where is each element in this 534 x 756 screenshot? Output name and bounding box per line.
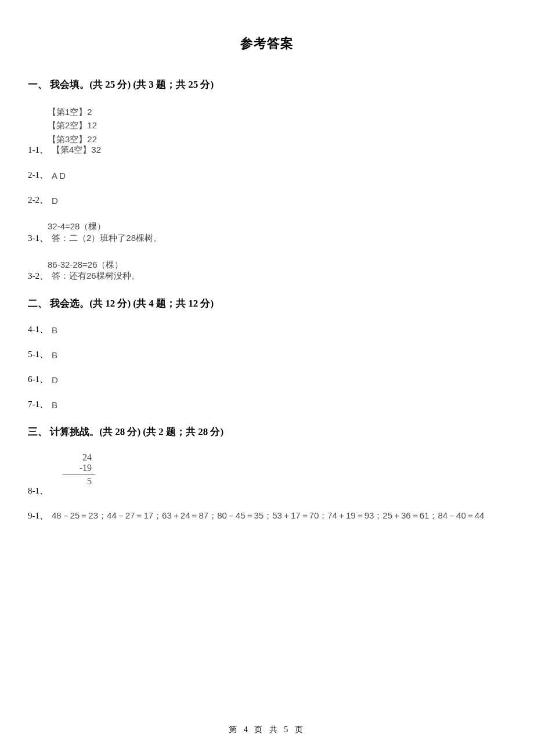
- ans-3-2-line1: 86-32-28=26（棵）: [48, 258, 506, 272]
- answer-9-1: 9-1、 48－25＝23；44－27＝17；63＋24＝87；80－45＝35…: [28, 510, 506, 521]
- ans-7-1: B: [52, 400, 57, 410]
- calc-mid: -19: [63, 463, 93, 473]
- answer-2-2: 2-2、 D: [28, 195, 506, 206]
- q-num-3-1: 3-1、: [28, 233, 48, 244]
- q-num-2-2: 2-2、: [28, 195, 48, 206]
- q-num-3-2: 3-2、: [28, 271, 48, 282]
- section-1-heading: 一、 我会填。(共 25 分) (共 3 题；共 25 分): [28, 78, 506, 91]
- blank-3: 【第3空】22: [48, 132, 506, 146]
- answer-6-1: 6-1、 D: [28, 374, 506, 385]
- blank-1: 【第1空】2: [48, 105, 506, 118]
- answer-2-1: 2-1、 A D: [28, 170, 506, 181]
- section-2-heading: 二、 我会选。(共 12 分) (共 4 题；共 12 分): [28, 297, 506, 310]
- calc-rule: [63, 474, 95, 475]
- page-footer: 第 4 页 共 5 页: [0, 725, 534, 735]
- answer-7-1: 7-1、 B: [28, 399, 506, 410]
- page-title: 参考答案: [28, 35, 506, 52]
- ans-4-1: B: [52, 325, 57, 335]
- q-num-9-1: 9-1、: [28, 510, 48, 521]
- q-num-6-1: 6-1、: [28, 374, 48, 385]
- ans-5-1: B: [52, 350, 57, 360]
- answer-1-1: 【第1空】2 【第2空】12 【第3空】22 1-1、 【第4空】32: [28, 105, 506, 156]
- ans-3-2-line2: 答：还有26棵树没种。: [52, 271, 140, 282]
- section-3-heading: 三、 计算挑战。(共 28 分) (共 2 题；共 28 分): [28, 425, 506, 438]
- calc-top: 24: [63, 452, 93, 463]
- ans-2-1: A D: [52, 171, 66, 181]
- q-num-4-1: 4-1、: [28, 324, 48, 335]
- ans-6-1: D: [52, 375, 58, 385]
- ans-2-2: D: [52, 196, 58, 206]
- answer-3-1: 32-4=28（棵） 3-1、 答：二（2）班种了28棵树。: [28, 219, 506, 244]
- q-num-2-1: 2-1、: [28, 170, 48, 181]
- column-calc: 24 -19 5: [28, 452, 506, 487]
- q-num-1-1: 1-1、: [28, 145, 48, 156]
- blank-list: 【第1空】2 【第2空】12 【第3空】22: [28, 105, 506, 146]
- answer-4-1: 4-1、 B: [28, 324, 506, 335]
- ans-9-1: 48－25＝23；44－27＝17；63＋24＝87；80－45＝35；53＋1…: [52, 510, 484, 521]
- q-num-5-1: 5-1、: [28, 349, 48, 360]
- q-num-7-1: 7-1、: [28, 399, 48, 410]
- answer-5-1: 5-1、 B: [28, 349, 506, 360]
- blank-4: 【第4空】32: [52, 145, 101, 156]
- answer-8-1: 24 -19 5 8-1、: [28, 452, 506, 496]
- blank-2: 【第2空】12: [48, 118, 506, 132]
- q-num-8-1: 8-1、: [28, 485, 48, 496]
- answer-3-2: 86-32-28=26（棵） 3-2、 答：还有26棵树没种。: [28, 258, 506, 282]
- page: 参考答案 一、 我会填。(共 25 分) (共 3 题；共 25 分) 【第1空…: [0, 0, 534, 756]
- ans-3-1-line1: 32-4=28（棵）: [48, 219, 506, 234]
- ans-3-1-line2: 答：二（2）班种了28棵树。: [52, 233, 162, 244]
